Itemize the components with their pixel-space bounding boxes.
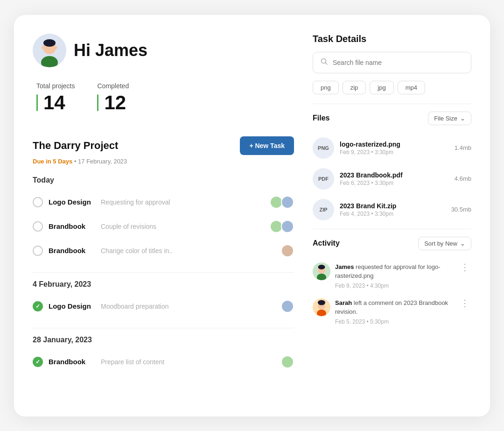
task-name: Logo Design: [49, 302, 95, 310]
panel-divider-2: [313, 229, 471, 229]
file-size-sort-button[interactable]: File Size ⌄: [428, 112, 471, 125]
chevron-down-icon: ⌄: [460, 115, 465, 122]
filter-tag-mp4[interactable]: mp4: [398, 81, 425, 94]
activity-item-james: James requested for approval for logo-ra…: [313, 258, 471, 294]
new-task-button[interactable]: + New Task: [240, 136, 294, 155]
feb4-task-list: Logo Design Moodboard preparation: [33, 294, 294, 318]
file-name: logo-rasterized.png: [340, 141, 449, 148]
profile-section: Hi James: [33, 34, 294, 67]
svg-point-11: [318, 265, 325, 269]
svg-point-15: [318, 300, 325, 305]
file-info: logo-rasterized.png Feb 9, 2023 • 3:30pm: [340, 141, 449, 155]
today-task-list: Logo Design Requesting for approval Bran…: [33, 190, 294, 263]
file-meta: Feb 6, 2023 • 3:30pm: [340, 180, 449, 186]
mini-avatar: [281, 355, 294, 368]
mini-avatar: [281, 196, 294, 209]
panel-divider: [313, 104, 471, 104]
file-item-pdf: PDF 2023 Brandbook.pdf Feb 6, 2023 • 3:3…: [313, 163, 471, 194]
task-checkbox-4[interactable]: [33, 301, 43, 311]
chevron-down-icon-2: ⌄: [460, 240, 465, 247]
filter-tag-jpg[interactable]: jpg: [370, 81, 393, 94]
file-meta: Feb 4, 2023 • 3:30pm: [340, 211, 446, 217]
task-item: Brandbook Change color of titles in..: [33, 239, 294, 263]
section-feb4: 4 February, 2023: [33, 280, 294, 289]
mini-avatar: [281, 300, 294, 313]
task-desc: Change color of titles in..: [101, 247, 277, 254]
right-panel: Task Details png zip jpg mp4 Files File …: [313, 34, 471, 398]
activity-content: James requested for approval for logo-ra…: [335, 262, 454, 289]
task-checkbox-2[interactable]: [33, 221, 43, 232]
task-name: Brandbook: [49, 247, 95, 254]
activity-action: left a comment on 2023 Brandbook revisio…: [335, 299, 448, 316]
file-meta: Feb 9, 2023 • 3:30pm: [340, 149, 449, 155]
task-checkbox-3[interactable]: [33, 246, 43, 256]
activity-sort-button[interactable]: Sort by New ⌄: [418, 237, 471, 250]
activity-item-sarah: Sarah left a comment on 2023 Brandbook r…: [313, 294, 471, 330]
task-item: Logo Design Requesting for approval: [33, 190, 294, 214]
task-checkbox-1[interactable]: [33, 197, 43, 207]
activity-avatar-sarah: [313, 298, 330, 316]
task-avatars: [272, 196, 294, 209]
section-jan28: 28 January, 2023: [33, 336, 294, 344]
file-size: 30.5mb: [451, 206, 471, 213]
svg-point-4: [42, 46, 44, 49]
file-name: 2023 Brandbook.pdf: [340, 171, 449, 179]
total-value: 14: [43, 92, 65, 114]
divider: [33, 272, 294, 273]
filter-tag-png[interactable]: png: [313, 81, 339, 94]
more-options-button-2[interactable]: ⋮: [458, 298, 471, 308]
file-name: 2023 Brand Kit.zip: [340, 202, 446, 210]
stat-total: Total projects 14: [36, 82, 75, 114]
task-desc: Prepare list of content: [101, 358, 277, 366]
activity-header: Activity Sort by New ⌄: [313, 237, 471, 250]
total-label: Total projects: [36, 82, 75, 90]
completed-value: 12: [104, 92, 126, 114]
search-box[interactable]: [313, 52, 471, 73]
file-icon-png: PNG: [313, 137, 334, 159]
task-name: Logo Design: [49, 198, 95, 206]
task-avatars: [283, 355, 294, 368]
activity-time: Feb 9, 2023 • 4:30pm: [335, 283, 454, 289]
due-date: • 17 February, 2023: [74, 158, 127, 165]
svg-point-5: [55, 46, 57, 49]
stat-divider: [36, 94, 38, 111]
task-desc: Couple of revisions: [101, 223, 266, 230]
file-icon-pdf: PDF: [313, 168, 334, 190]
mini-avatar: [281, 220, 294, 233]
activity-user: Sarah: [335, 299, 352, 306]
due-info: Due in 5 Days • 17 February, 2023: [33, 158, 294, 165]
svg-line-7: [326, 63, 328, 64]
avatar: [33, 34, 66, 67]
activity-text: Sarah left a comment on 2023 Brandbook r…: [335, 298, 454, 317]
search-input[interactable]: [333, 59, 463, 66]
stat-divider-2: [97, 94, 98, 111]
activity-title: Activity: [313, 239, 340, 247]
task-avatars: [272, 220, 294, 233]
left-panel: Hi James Total projects 14 Completed 12: [33, 34, 294, 398]
filter-tags: png zip jpg mp4: [313, 81, 471, 94]
sort-label: File Size: [434, 115, 457, 122]
task-checkbox-5[interactable]: [33, 357, 43, 367]
svg-point-3: [43, 39, 56, 47]
mini-avatar: [281, 244, 294, 257]
greeting-text: Hi James: [74, 41, 147, 60]
more-options-button[interactable]: ⋮: [458, 262, 471, 272]
project-header: The Darry Project + New Task: [33, 136, 294, 155]
activity-user: James: [335, 263, 354, 270]
divider: [33, 328, 294, 328]
filter-tag-zip[interactable]: zip: [343, 81, 366, 94]
task-item: Logo Design Moodboard preparation: [33, 294, 294, 318]
file-info: 2023 Brand Kit.zip Feb 4, 2023 • 3:30pm: [340, 202, 446, 217]
activity-text: James requested for approval for logo-ra…: [335, 262, 454, 281]
activity-time: Feb 5, 2023 • 5:30pm: [335, 318, 454, 325]
section-today: Today: [33, 176, 294, 184]
stats-row: Total projects 14 Completed 12: [33, 82, 294, 114]
task-item: Brandbook Prepare list of content: [33, 350, 294, 374]
file-size: 1.4mb: [455, 144, 471, 151]
file-info: 2023 Brandbook.pdf Feb 6, 2023 • 3:30pm: [340, 171, 449, 186]
task-desc: Moodboard preparation: [101, 303, 277, 310]
activity-avatar-james: [313, 262, 330, 280]
file-size: 4.6mb: [455, 175, 471, 182]
jan28-task-list: Brandbook Prepare list of content: [33, 350, 294, 374]
task-item: Brandbook Couple of revisions: [33, 214, 294, 239]
